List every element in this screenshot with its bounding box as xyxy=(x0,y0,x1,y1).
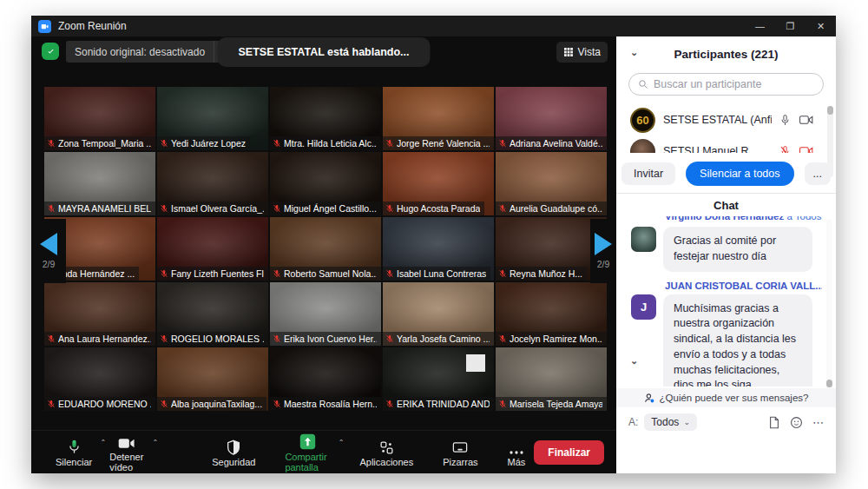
video-tile[interactable]: MAYRA ANAMELI BEL... xyxy=(44,152,155,215)
mic-off-icon xyxy=(47,334,56,343)
participant-name: Ana Laura Hernandez... xyxy=(58,334,151,344)
video-tile[interactable]: Miguel Ángel Castillo... xyxy=(270,152,381,215)
view-button[interactable]: Vista xyxy=(556,42,608,63)
participant-name-label: Adriana Avelina Valdé... xyxy=(496,136,607,150)
participant-search-input[interactable]: Buscar un participante xyxy=(628,73,824,96)
emoji-icon[interactable] xyxy=(790,416,803,429)
chevron-up-icon[interactable]: ⌃ xyxy=(153,439,159,446)
video-tile[interactable]: Marisela Tejeda Amaya xyxy=(496,347,607,411)
collapse-participants-icon[interactable]: ⌄ xyxy=(630,47,638,58)
toolbar-label: Seguridad xyxy=(212,457,255,467)
restore-button[interactable]: ❐ xyxy=(775,16,806,36)
recipient-dropdown[interactable]: Todos ⌄ xyxy=(644,413,697,431)
next-page-icon[interactable] xyxy=(595,233,612,255)
chat-message: Virginio Doria Hernandez a TodosGracias … xyxy=(627,216,822,272)
meeting-top-bar: Sonido original: desactivado ▾ SETSE EST… xyxy=(31,36,616,76)
mic-off-icon xyxy=(498,204,507,213)
mic-off-icon xyxy=(273,334,281,343)
search-icon xyxy=(638,79,648,89)
video-tile[interactable]: EDUARDO MORENO ... xyxy=(44,347,155,411)
participant-name-label: Ismael Olvera García_... xyxy=(157,202,268,215)
participant-name-label: Ana Laura Hernandez... xyxy=(44,332,155,346)
participant-name-label: ERIKA TRINIDAD AND... xyxy=(383,397,494,411)
participant-name-label: Jorge René Valencia ... xyxy=(383,136,494,150)
video-tile[interactable]: Hugo Acosta Parada xyxy=(383,152,494,215)
video-tile[interactable]: Erika Ivon Cuervo Her... xyxy=(270,282,381,346)
chat-message: JUAN CRISTOBAL CORIA VALL... a TodosJMuc… xyxy=(627,281,822,387)
participant-name-label: Aurelia Guadalupe có... xyxy=(496,202,607,215)
zoom-app-icon xyxy=(38,20,51,33)
mute-all-button[interactable]: Silenciar a todos xyxy=(686,162,793,186)
chat-sender: Virginio Doria Hernandez xyxy=(665,216,784,221)
toolbar-m-s[interactable]: Más xyxy=(499,431,535,473)
participant-name-label: Hugo Acosta Parada xyxy=(383,202,484,215)
video-tile[interactable]: Mtra. Hilda Leticia Alc... xyxy=(270,87,381,150)
grid-page-next[interactable]: 2/9 xyxy=(590,219,616,283)
video-tile[interactable]: Jocelyn Ramirez Mon... xyxy=(496,282,607,346)
participant-name: SETSE ESTATAL (Anfitrión, yo) xyxy=(663,114,772,126)
video-tile[interactable]: Alba joaquinaTaxilag... xyxy=(157,347,268,411)
video-tile[interactable]: ROGELIO MORALES ... xyxy=(157,282,268,346)
participant-row[interactable]: SETSU Manuel R... xyxy=(616,135,827,153)
chat-header: ⌄ Chat xyxy=(616,194,836,216)
mic-off-icon xyxy=(385,334,394,343)
participant-name: Yarla Josefa Camino ... xyxy=(397,334,490,344)
participant-name: linda Hernández ... xyxy=(58,268,135,279)
end-meeting-button[interactable]: Finalizar xyxy=(534,440,604,465)
toolbar-compartir-pantalla[interactable]: Compartir pantalla⌃ xyxy=(276,431,339,473)
grid-page-prev[interactable]: 2/9 xyxy=(31,219,66,283)
chevron-down-icon: ⌄ xyxy=(683,418,690,426)
video-tile[interactable]: Fany Lizeth Fuentes Fl... xyxy=(157,217,268,281)
mic-off-icon xyxy=(47,204,56,213)
file-icon[interactable] xyxy=(768,416,780,429)
participant-status xyxy=(779,145,813,154)
video-tile[interactable]: Yedi Juárez Lopez xyxy=(157,87,268,150)
mic-off-icon xyxy=(498,334,507,343)
toolbar-detener-v-deo[interactable]: Detener vídeo⌃ xyxy=(101,431,153,473)
participant-name-label: Jocelyn Ramirez Mon... xyxy=(496,332,607,346)
who-can-see-bar[interactable]: ¿Quién puede ver sus mensajes? xyxy=(616,388,836,407)
prev-page-icon[interactable] xyxy=(40,233,57,255)
participant-row[interactable]: 60SETSE ESTATAL (Anfitrión, yo) xyxy=(616,104,827,135)
participants-actions: Invitar Silenciar a todos ... xyxy=(616,158,836,189)
chat-more-icon[interactable]: ⋯ xyxy=(812,416,824,429)
video-tile[interactable]: Ana Laura Hernandez... xyxy=(44,282,155,346)
participant-name: ROGELIO MORALES ... xyxy=(171,334,264,344)
chat-scrollbar[interactable] xyxy=(826,219,832,389)
search-placeholder: Buscar un participante xyxy=(654,78,761,90)
avatar: 60 xyxy=(630,108,655,133)
video-tile[interactable]: Jorge René Valencia ... xyxy=(383,87,494,150)
video-tile[interactable]: Adriana Avelina Valdé... xyxy=(496,87,607,150)
original-sound-toggle[interactable]: Sonido original: desactivado ▾ xyxy=(66,41,233,63)
video-tile[interactable]: Isabel Luna Contreras xyxy=(383,217,494,281)
toolbar-pizarras[interactable]: Pizarras xyxy=(434,431,486,473)
page-indicator: 2/9 xyxy=(597,259,610,269)
toolbar-aplicaciones[interactable]: Aplicaciones xyxy=(351,431,422,473)
title-bar: Zoom Reunión — ❐ ✕ xyxy=(31,16,836,36)
chevron-up-icon[interactable]: ⌃ xyxy=(339,439,345,446)
mic-off-icon xyxy=(385,139,394,148)
participant-name: ERIKA TRINIDAD AND... xyxy=(397,399,490,409)
toolbar-silenciar[interactable]: Silenciar⌃ xyxy=(47,431,101,473)
minimize-button[interactable]: — xyxy=(745,16,775,36)
page-indicator: 2/9 xyxy=(43,259,56,269)
participants-more-button[interactable]: ... xyxy=(805,162,831,185)
participant-name: Miguel Ángel Castillo... xyxy=(284,203,377,214)
participant-name-label: ROGELIO MORALES ... xyxy=(157,332,268,346)
video-tile[interactable]: Yarla Josefa Camino ... xyxy=(383,282,494,346)
video-tile[interactable]: Roberto Samuel Nola... xyxy=(270,217,381,281)
invite-button[interactable]: Invitar xyxy=(621,162,675,185)
toolbar-label: Pizarras xyxy=(443,457,477,467)
who-can-see-label: ¿Quién puede ver sus mensajes? xyxy=(660,393,809,403)
toolbar-seguridad[interactable]: Seguridad xyxy=(203,431,264,473)
security-shield-icon[interactable] xyxy=(42,43,59,60)
video-tile[interactable]: Zona Tempoal_Maria ... xyxy=(44,87,155,150)
participant-name: Zona Tempoal_Maria ... xyxy=(58,138,151,149)
video-tile[interactable]: Ismael Olvera García_... xyxy=(157,152,268,215)
close-button[interactable]: ✕ xyxy=(806,16,836,36)
participant-name-label: MAYRA ANAMELI BEL... xyxy=(44,202,155,215)
participant-status xyxy=(779,114,813,127)
video-tile[interactable]: Aurelia Guadalupe có... xyxy=(496,152,607,215)
video-tile[interactable]: Maestra Rosalía Hern... xyxy=(270,347,381,411)
video-tile[interactable]: ERIKA TRINIDAD AND... xyxy=(383,347,494,411)
